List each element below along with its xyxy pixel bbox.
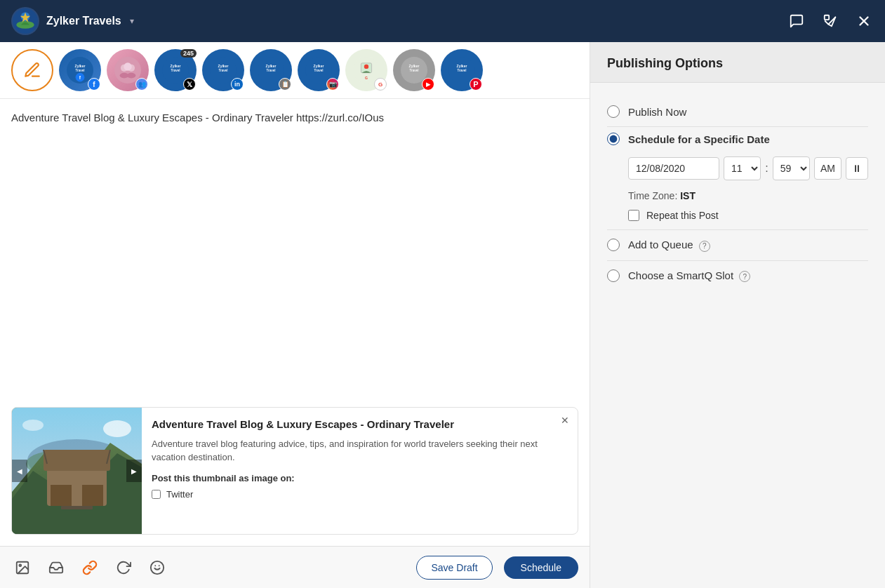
instagram-badge: 📷 [326,78,339,91]
account-avatar-pinterest[interactable]: Zylker Travel P [441,49,483,91]
preview-prev-button[interactable]: ◀ [12,460,27,482]
svg-text:Zylker: Zylker [457,64,467,68]
emoji-button[interactable] [146,556,168,579]
link-preview-card: ✕ [11,407,578,535]
svg-point-31 [364,65,368,69]
publishing-options-header: Publishing Options [590,42,885,83]
preview-image-bg [12,408,142,534]
thumbnail-label: Post this thumbnail as image on: [152,473,568,483]
account-avatar-youtube[interactable]: Zylker Travel ▶ [393,49,435,91]
schedule-date-label[interactable]: Schedule for a Specific Date [628,133,770,145]
link-preview-description: Adventure travel blog featuring advice, … [152,437,568,465]
svg-text:Zylker: Zylker [75,64,86,68]
publish-now-radio[interactable] [607,105,620,118]
account-avatar-clipboard[interactable]: Zylker Travel 📋 [250,49,292,91]
svg-text:Zylker: Zylker [218,64,229,68]
hour-select[interactable]: 11 [724,156,761,180]
svg-text:Zylker: Zylker [314,64,324,68]
add-to-queue-radio[interactable] [607,239,620,251]
svg-point-54 [19,564,21,566]
svg-text:Zylker: Zylker [266,64,277,68]
emoji-inbox-button[interactable] [45,556,67,579]
svg-point-52 [22,420,44,431]
account-avatar-linkedin[interactable]: Zylker Travel in [202,49,244,91]
schedule-date-radio[interactable] [607,133,620,145]
svg-rect-50 [61,506,93,509]
smartq-radio[interactable] [607,269,620,282]
twitter-badge: 𝕏 [183,78,196,91]
smartq-label[interactable]: Choose a SmartQ Slot ? [628,269,750,283]
svg-point-15 [127,73,136,79]
refresh-button[interactable] [112,556,135,579]
link-preview-content: Adventure Travel Blog & Luxury Escapes -… [142,408,578,534]
svg-text:Travel: Travel [458,69,467,72]
header-actions [787,11,874,31]
svg-text:Travel: Travel [219,69,228,72]
svg-rect-46 [51,485,72,506]
repeat-post-checkbox[interactable] [628,210,639,221]
add-to-queue-option: Add to Queue ? [607,230,868,261]
svg-rect-45 [44,450,110,471]
preview-next-button[interactable]: ▶ [126,460,142,482]
repeat-row: Repeat this Post [628,210,868,221]
account-avatar-pencil[interactable] [11,49,53,91]
image-upload-button[interactable] [11,556,34,579]
svg-point-55 [151,561,164,573]
schedule-button[interactable]: Schedule [504,556,578,579]
right-panel: Publishing Options Publish Now Schedule … [590,42,885,588]
minute-select[interactable]: 59 [773,156,810,180]
smartq-help-icon[interactable]: ? [739,271,750,282]
close-icon[interactable] [854,11,874,31]
svg-text:Travel: Travel [267,69,276,72]
repeat-label[interactable]: Repeat this Post [646,210,719,221]
account-avatar-instagram[interactable]: Zylker Travel 📷 [298,49,340,91]
group-badge: 👥 [135,78,148,91]
schedule-date-section: Schedule for a Specific Date 11 : 59 AM … [607,127,868,230]
pinterest-badge: P [470,78,482,91]
twitter-thumbnail-checkbox[interactable] [152,490,161,499]
publish-now-label[interactable]: Publish Now [628,106,686,118]
svg-text:Travel: Travel [410,69,419,72]
timezone-label: Time Zone: [628,190,677,201]
app-header: Zylker Travels ▾ [0,0,885,42]
publishing-options-content: Publish Now Schedule for a Specific Date… [590,83,885,588]
svg-text:G: G [365,76,368,80]
svg-text:Travel: Travel [314,69,324,72]
account-avatar-facebook[interactable]: Zylker Travel f f [59,49,101,91]
twitter-count-badge: 245 [180,49,197,58]
main-layout: Zylker Travel f f 👥 [0,42,885,588]
brand-chevron[interactable]: ▾ [130,16,134,26]
chat-icon[interactable] [787,11,806,31]
svg-rect-3 [825,15,829,20]
svg-text:Travel: Travel [76,69,85,72]
account-avatar-group[interactable]: 👥 [107,49,149,91]
link-button[interactable] [79,556,101,579]
save-draft-button[interactable]: Save Draft [416,556,492,580]
brand-name: Zylker Travels [46,15,121,27]
link-preview-close-button[interactable]: ✕ [558,413,572,427]
post-toolbar: Save Draft Schedule [0,546,590,588]
post-text-input[interactable]: Adventure Travel Blog & Luxury Escapes -… [11,110,578,396]
thumbnail-platform-row: Twitter [152,489,568,500]
account-avatar-twitter[interactable]: Zylker Travel 245 𝕏 [154,49,197,91]
add-to-queue-label[interactable]: Add to Queue ? [628,239,710,252]
clipboard-badge: 📋 [279,78,291,91]
smartq-option: Choose a SmartQ Slot ? [607,261,868,291]
account-avatar-google[interactable]: G G [345,49,387,91]
link-preview-title: Adventure Travel Blog & Luxury Escapes -… [152,417,568,432]
twitter-thumbnail-label[interactable]: Twitter [166,489,193,500]
pause-button[interactable]: ⏸ [846,157,868,180]
timezone-row: Time Zone: IST [628,190,868,201]
app-logo [11,7,39,35]
schedule-date-radio-row: Schedule for a Specific Date [607,133,868,145]
accounts-bar: Zylker Travel f f 👥 [0,42,590,99]
svg-text:Zylker: Zylker [409,64,420,68]
queue-help-icon[interactable]: ? [699,241,710,252]
edit-icon[interactable] [820,11,840,31]
date-input[interactable] [628,157,719,180]
svg-point-1 [16,21,34,29]
youtube-badge: ▶ [422,78,434,91]
time-colon: : [765,162,768,175]
ampm-button[interactable]: AM [814,157,841,180]
svg-text:Travel: Travel [171,69,180,72]
